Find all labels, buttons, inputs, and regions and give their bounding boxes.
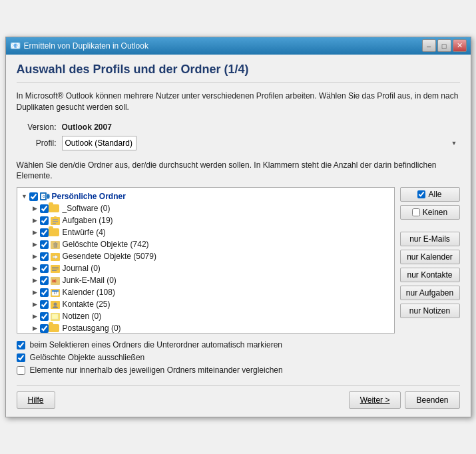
root-checkbox[interactable] (29, 192, 38, 201)
geloeschte-label: Gelöschte Objekte (742) (63, 240, 149, 249)
junk-label: Junk-E-Mail (0) (63, 276, 117, 285)
tree-item-notizen[interactable]: ▶ Notizen (0) (17, 310, 394, 322)
checkbox-row-3: Elemente nur innerhalb des jeweiligen Or… (17, 365, 460, 375)
nur-notizen-button[interactable]: nur Notizen (400, 304, 460, 318)
svg-point-15 (53, 303, 57, 306)
beenden-button[interactable]: Beenden (405, 391, 459, 409)
tree-item-kontakte[interactable]: ▶ Kontakte (25) (17, 298, 394, 310)
tree-item-junk[interactable]: ▶ ✉ Junk-E-Mail (0) (17, 274, 394, 286)
gesendete-expand[interactable]: ▶ (31, 252, 40, 261)
minimize-button[interactable]: – (422, 39, 436, 52)
kontakte-checkbox[interactable] (40, 300, 49, 309)
junk-folder-icon: ✉ (50, 275, 61, 286)
geloeschte-ausschliessen-checkbox[interactable] (17, 353, 25, 362)
postausgang-checkbox[interactable] (40, 324, 49, 333)
page-title: Auswahl des Profils und der Ordner (1/4) (17, 63, 460, 83)
version-value: Outlook 2007 (62, 122, 112, 132)
svg-text:✉: ✉ (52, 278, 57, 284)
postausgang-expand[interactable]: ▶ (31, 324, 40, 333)
geloeschte-expand[interactable]: ▶ (31, 240, 40, 249)
kalender-expand[interactable]: ▶ (31, 288, 40, 297)
folder-tree[interactable]: ▼ O Persönliche Ordner (17, 187, 395, 334)
title-bar: 📧 Ermitteln von Duplikaten in Outlook – … (6, 37, 471, 55)
postausgang-folder-icon (50, 323, 61, 334)
root-label: Persönliche Ordner (52, 192, 126, 201)
tree-section: ▼ O Persönliche Ordner (17, 187, 460, 334)
nur-aufgaben-button[interactable]: nur Aufgaben (400, 286, 460, 300)
aufgaben-expand[interactable]: ▶ (31, 216, 40, 225)
unterordner-checkbox[interactable] (17, 341, 25, 349)
close-button[interactable]: ✕ (453, 39, 467, 52)
svg-text:🗑: 🗑 (53, 242, 59, 248)
svg-rect-5 (53, 221, 58, 222)
tree-item-geloeschte[interactable]: ▶ 🗑 Gelöschte Objekte (742) (17, 238, 394, 250)
geloeschte-checkbox[interactable] (40, 240, 49, 249)
weiter-button[interactable]: Weiter > (349, 391, 401, 409)
svg-rect-9 (52, 269, 59, 270)
notizen-checkbox[interactable] (40, 312, 49, 321)
nur-kontakte-button[interactable]: nur Kontakte (400, 268, 460, 282)
alle-button[interactable]: Alle (400, 187, 460, 202)
window-title: Ermitteln von Duplikaten in Outlook (24, 41, 148, 51)
kontakte-label: Kontakte (25) (63, 300, 111, 309)
hilfe-button[interactable]: Hilfe (17, 391, 55, 409)
tree-item-software[interactable]: ▶ _Software (0) (17, 202, 394, 214)
svg-rect-4 (53, 219, 58, 220)
page-description: In Microsoft® Outlook können mehrere Nut… (17, 91, 460, 113)
aufgaben-label: Aufgaben (19) (63, 216, 113, 225)
tree-item-kalender[interactable]: ▶ 17 Kalender (108) (17, 286, 394, 298)
svg-rect-8 (52, 267, 59, 268)
junk-checkbox[interactable] (40, 276, 49, 285)
checkbox-row-2: Gelöschte Objekte ausschließen (17, 353, 460, 362)
software-folder-icon (50, 203, 61, 214)
geloeschte-ausschliessen-label: Gelöschte Objekte ausschließen (30, 353, 145, 362)
unterordner-label: beim Selektieren eines Ordners die Unter… (30, 340, 283, 349)
keinen-checkbox[interactable] (412, 208, 420, 216)
journal-checkbox[interactable] (40, 264, 49, 273)
kontakte-expand[interactable]: ▶ (31, 300, 40, 309)
filter-buttons-panel: Alle Keinen nur E-Mails nur Kalender nur… (400, 187, 460, 334)
tree-item-aufgaben[interactable]: ▶ Aufgaben (19) (17, 214, 394, 226)
entwuerfe-checkbox[interactable] (40, 228, 49, 237)
notizen-folder-icon (50, 311, 61, 322)
tree-item-entwuerfe[interactable]: ▶ Entwürfe (4) (17, 226, 394, 238)
root-expand-icon[interactable]: ▼ (20, 192, 29, 201)
tree-item-gesendete[interactable]: ▶ Gesendete Objekte (5079) (17, 250, 394, 262)
software-checkbox[interactable] (40, 204, 49, 213)
checkbox-row-1: beim Selektieren eines Ordners die Unter… (17, 340, 460, 349)
software-expand[interactable]: ▶ (31, 204, 40, 213)
svg-text:17: 17 (53, 292, 57, 295)
entwuerfe-expand[interactable]: ▶ (31, 228, 40, 237)
kalender-label: Kalender (108) (63, 288, 115, 297)
keinen-button[interactable]: Keinen (400, 205, 460, 220)
journal-expand[interactable]: ▶ (31, 264, 40, 273)
postausgang-label: Postausgang (0) (63, 324, 121, 333)
gesendete-label: Gesendete Objekte (5079) (63, 252, 156, 261)
root-folder-icon: O (39, 191, 50, 202)
main-window: 📧 Ermitteln von Duplikaten in Outlook – … (5, 37, 471, 417)
kontakte-folder-icon (50, 299, 61, 310)
tree-root[interactable]: ▼ O Persönliche Ordner (17, 190, 394, 202)
svg-rect-6 (53, 223, 56, 224)
gesendete-checkbox[interactable] (40, 252, 49, 261)
kalender-checkbox[interactable] (40, 288, 49, 297)
geloeschte-folder-icon: 🗑 (50, 239, 61, 250)
maximize-button[interactable]: □ (437, 39, 451, 52)
journal-label: Journal (0) (63, 264, 101, 273)
notizen-expand[interactable]: ▶ (31, 312, 40, 321)
tree-item-journal[interactable]: ▶ Journal (0) (17, 262, 394, 274)
aufgaben-checkbox[interactable] (40, 216, 49, 225)
svg-rect-10 (52, 270, 57, 271)
profil-dropdown-wrapper: Outlook (Standard) (62, 136, 460, 150)
profil-select[interactable]: Outlook (Standard) (62, 136, 136, 150)
tree-item-postausgang[interactable]: ▶ Postausgang (0) (17, 322, 394, 334)
aufgaben-folder-icon (50, 215, 61, 226)
vergleichen-checkbox[interactable] (17, 366, 25, 375)
nur-emails-button[interactable]: nur E-Mails (400, 232, 460, 246)
svg-rect-16 (52, 314, 58, 319)
entwuerfe-label: Entwürfe (4) (63, 228, 106, 237)
nur-kalender-button[interactable]: nur Kalender (400, 250, 460, 264)
alle-checkbox[interactable] (417, 190, 425, 198)
junk-expand[interactable]: ▶ (31, 276, 40, 285)
journal-folder-icon (50, 263, 61, 274)
